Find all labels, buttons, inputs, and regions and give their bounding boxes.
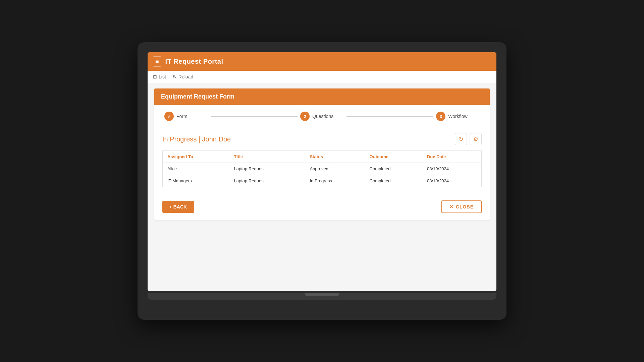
step-workflow-label: Workflow xyxy=(448,114,467,119)
table-row: IT Managers Laptop Request In Progress C… xyxy=(163,175,482,187)
workflow-separator: | xyxy=(199,135,202,143)
toolbar: ⊞ List ↻ Reload xyxy=(148,71,496,83)
col-assigned-to: Assigned To xyxy=(163,151,229,163)
form-title: Equipment Request Form xyxy=(161,93,234,100)
reload-icon: ↻ xyxy=(173,74,177,79)
reload-label: Reload xyxy=(178,74,193,79)
step-form-label: Form xyxy=(176,114,187,119)
workflow-actions: ↻ ⚙ xyxy=(455,133,482,145)
list-icon: ⊞ xyxy=(153,74,157,79)
form-card-header: Equipment Request Form xyxy=(154,88,490,105)
close-button[interactable]: ✕ CLOSE xyxy=(441,200,482,213)
refresh-button[interactable]: ↻ xyxy=(455,133,467,145)
cell-title-2: Laptop Request xyxy=(229,175,305,187)
workflow-table: Assigned To Title Status Outcome Due Dat… xyxy=(162,150,482,187)
close-x-icon: ✕ xyxy=(449,204,454,209)
workflow-user: John Doe xyxy=(202,135,231,143)
workflow-status-title: In Progress | John Doe xyxy=(162,135,231,143)
workflow-section: In Progress | John Doe ↻ ⚙ xyxy=(154,128,490,195)
col-status: Status xyxy=(305,151,365,163)
back-button[interactable]: ‹ BACK xyxy=(162,201,194,213)
step-workflow: 3 Workflow xyxy=(436,112,480,121)
table-header: Assigned To Title Status Outcome Due Dat… xyxy=(163,151,482,163)
step-form-circle: ✓ xyxy=(164,112,174,121)
table-body: Alice Laptop Request Approved Completed … xyxy=(163,163,482,187)
cell-assigned-to-1: Alice xyxy=(163,163,229,175)
step-line-2 xyxy=(346,116,433,117)
stepper: ✓ Form 2 Questions 3 xyxy=(154,105,490,128)
table-row: Alice Laptop Request Approved Completed … xyxy=(163,163,482,175)
cell-due-date-2: 08/19/2024 xyxy=(422,175,482,187)
app-title: IT Request Portal xyxy=(165,58,223,65)
workflow-header: In Progress | John Doe ↻ ⚙ xyxy=(162,133,482,145)
top-navigation-bar: ≡ IT Request Portal xyxy=(148,52,496,71)
col-title: Title xyxy=(229,151,305,163)
hamburger-icon[interactable]: ≡ xyxy=(153,56,161,67)
list-button[interactable]: ⊞ List xyxy=(153,74,166,79)
cell-title-1: Laptop Request xyxy=(229,163,305,175)
refresh-icon: ↻ xyxy=(459,136,463,142)
gear-icon: ⚙ xyxy=(473,136,478,142)
back-label: BACK xyxy=(173,204,187,209)
cell-status-1: Approved xyxy=(305,163,365,175)
col-due-date: Due Date xyxy=(422,151,482,163)
col-outcome: Outcome xyxy=(365,151,422,163)
form-card: Equipment Request Form ✓ Form 2 xyxy=(154,88,490,220)
workflow-status: In Progress xyxy=(162,135,197,143)
form-footer: ‹ BACK ✕ CLOSE xyxy=(154,195,490,220)
cell-assigned-to-2: IT Managers xyxy=(163,175,229,187)
settings-button[interactable]: ⚙ xyxy=(470,133,482,145)
back-arrow-icon: ‹ xyxy=(170,204,171,209)
step-questions-label: Questions xyxy=(312,114,333,119)
list-label: List xyxy=(159,74,166,79)
step-questions-circle: 2 xyxy=(300,112,310,121)
step-form: ✓ Form xyxy=(164,112,208,121)
main-content: Equipment Request Form ✓ Form 2 xyxy=(148,83,496,291)
reload-button[interactable]: ↻ Reload xyxy=(173,74,193,79)
step-line-1 xyxy=(211,116,298,117)
cell-status-2: In Progress xyxy=(305,175,365,187)
step-workflow-circle: 3 xyxy=(436,112,445,121)
cell-outcome-1: Completed xyxy=(365,163,422,175)
step-questions: 2 Questions xyxy=(300,112,344,121)
cell-due-date-1: 08/19/2024 xyxy=(422,163,482,175)
close-label: CLOSE xyxy=(456,204,474,209)
cell-outcome-2: Completed xyxy=(365,175,422,187)
